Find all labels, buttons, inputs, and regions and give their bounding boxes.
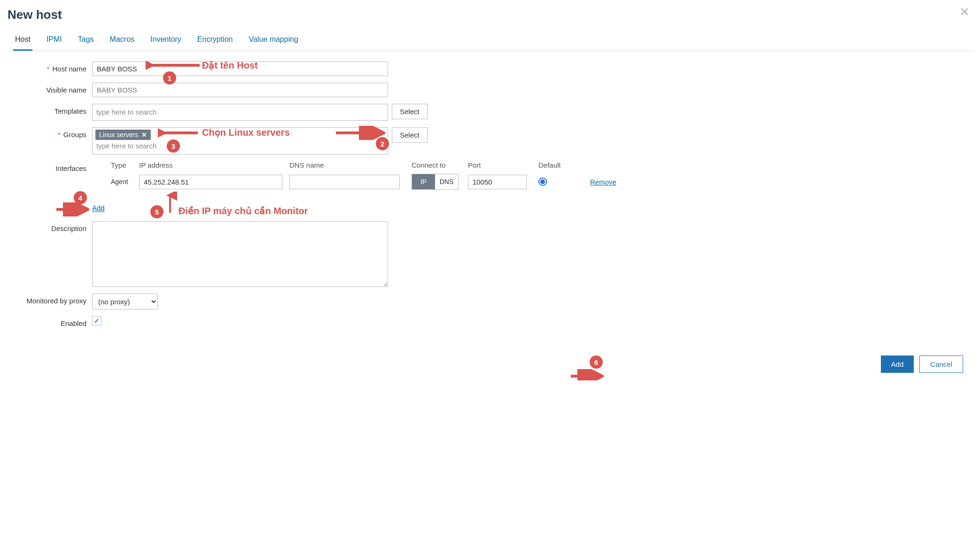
tabs: Host IPMI Tags Macros Inventory Encrypti… xyxy=(8,31,972,51)
label-description: Description xyxy=(8,221,92,232)
tab-ipmi[interactable]: IPMI xyxy=(45,31,64,51)
page-title: New host xyxy=(8,8,972,22)
iface-head-port: Port xyxy=(468,161,538,169)
tab-valuemapping[interactable]: Value mapping xyxy=(247,31,300,51)
label-proxy: Monitored by proxy xyxy=(8,293,92,305)
iface-remove-link[interactable]: Remove xyxy=(590,178,616,186)
proxy-select[interactable]: (no proxy) xyxy=(92,293,158,309)
tab-host[interactable]: Host xyxy=(13,31,32,51)
templates-select-button[interactable]: Select xyxy=(392,104,428,119)
label-enabled: Enabled xyxy=(8,316,92,327)
tab-macros[interactable]: Macros xyxy=(108,31,136,51)
group-tag-label: Linux servers xyxy=(99,131,138,139)
label-hostname: Host name xyxy=(8,62,92,73)
group-tag-remove-icon[interactable]: ✕ xyxy=(141,131,147,139)
groups-search[interactable] xyxy=(95,140,218,152)
label-interfaces: Interfaces xyxy=(8,161,92,172)
iface-port-input[interactable] xyxy=(468,175,527,189)
tab-encryption[interactable]: Encryption xyxy=(195,31,235,51)
tab-inventory[interactable]: Inventory xyxy=(148,31,183,51)
description-input[interactable] xyxy=(92,221,388,287)
groups-box[interactable]: Linux servers ✕ xyxy=(92,127,388,154)
group-tag: Linux servers ✕ xyxy=(95,130,151,140)
groups-select-button[interactable]: Select xyxy=(392,127,428,143)
iface-head-ip: IP address xyxy=(139,161,289,169)
cancel-button[interactable]: Cancel xyxy=(919,355,963,373)
label-groups: Groups xyxy=(8,127,92,139)
iface-head-default: Default xyxy=(538,161,576,169)
templates-box[interactable] xyxy=(92,104,388,121)
iface-head-type: Type xyxy=(111,161,139,169)
iface-dns-input[interactable] xyxy=(289,175,400,189)
close-icon[interactable]: ✕ xyxy=(959,5,970,19)
iface-add-link[interactable]: Add xyxy=(92,204,105,212)
label-visiblename: Visible name xyxy=(8,83,92,94)
connect-to-toggle[interactable]: IP DNS xyxy=(412,174,459,190)
iface-ip-input[interactable] xyxy=(139,175,282,189)
iface-head-conn: Connect to xyxy=(412,161,468,169)
templates-search[interactable] xyxy=(95,106,218,118)
enabled-checkbox[interactable]: ✓ xyxy=(92,316,101,325)
hostname-input[interactable] xyxy=(92,62,388,76)
connect-dns-seg[interactable]: DNS xyxy=(435,174,458,189)
label-templates: Templates xyxy=(8,104,92,115)
iface-default-radio[interactable] xyxy=(538,178,547,186)
add-button[interactable]: Add xyxy=(881,355,914,373)
connect-ip-seg[interactable]: IP xyxy=(412,174,435,189)
visiblename-input[interactable] xyxy=(92,83,388,97)
iface-type: Agent xyxy=(111,178,139,185)
tab-tags[interactable]: Tags xyxy=(76,31,96,51)
iface-head-dns: DNS name xyxy=(289,161,412,169)
